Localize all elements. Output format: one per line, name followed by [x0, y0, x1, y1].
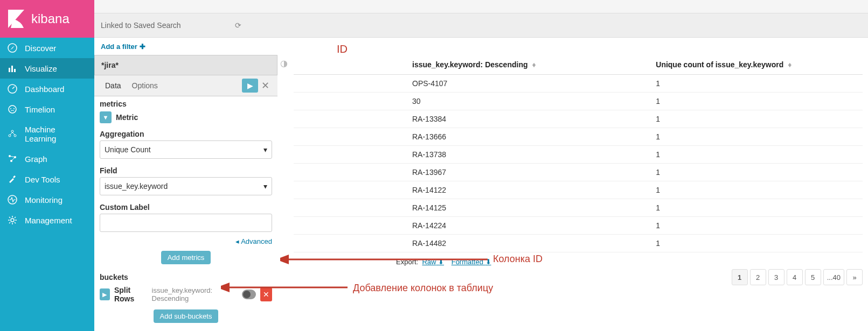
top-nav	[94, 0, 868, 13]
cell-count: 1	[648, 164, 863, 181]
ml-icon	[8, 129, 17, 139]
cell-key: RA-13384	[294, 110, 648, 128]
aggregation-group: Aggregation Unique Count ▾	[94, 128, 277, 164]
page-button[interactable]: 5	[805, 269, 821, 285]
svg-point-22	[11, 219, 14, 222]
collapse-panel-icon[interactable]: ◑	[280, 58, 288, 68]
export-raw-text: Raw	[422, 258, 436, 266]
svg-line-20	[11, 157, 15, 161]
svg-line-7	[12, 87, 15, 89]
sidebar-item-devtools[interactable]: Dev Tools	[0, 169, 94, 189]
delete-bucket-button[interactable]: ✕	[260, 287, 272, 301]
split-rows-subtitle: issue_key.keyword: Descending	[152, 286, 238, 302]
add-filter-label: Add a filter	[101, 43, 137, 51]
cell-key: RA-14224	[294, 217, 648, 235]
table-row: RA-137381	[294, 146, 863, 164]
sidebar-item-visualize[interactable]: Visualize	[0, 58, 94, 79]
sidebar-item-label: Machine Learning	[25, 125, 87, 143]
gauge-icon	[8, 84, 17, 94]
svg-point-9	[10, 108, 11, 109]
page-button[interactable]: 1	[732, 269, 748, 285]
buckets-section-label: buckets	[94, 270, 277, 284]
sidebar: kibana Discover Visualize Dashboard Time…	[0, 0, 94, 331]
subheader: Linked to Saved Search ⟳	[94, 13, 868, 38]
plus-icon: ✚	[140, 43, 145, 51]
expand-bucket-button[interactable]: ▶	[100, 288, 110, 300]
sidebar-item-timelion[interactable]: Timelion	[0, 99, 94, 119]
metric-title: Metric	[116, 113, 138, 122]
field-label: Field	[100, 166, 272, 175]
page-button[interactable]: 4	[787, 269, 803, 285]
results-area: issue_key.keyword: Descending ♦ Unique c…	[294, 55, 863, 266]
sidebar-item-management[interactable]: Management	[0, 210, 94, 230]
chevron-down-icon: ▾	[263, 182, 267, 191]
split-rows-title: Split Rows	[114, 286, 148, 303]
cell-key: RA-14482	[294, 235, 648, 252]
tab-data[interactable]: Data	[100, 79, 127, 92]
table-row: RA-141221	[294, 181, 863, 199]
advanced-toggle[interactable]: ◂ Advanced	[94, 237, 277, 249]
field-select[interactable]: issue_key.keyword ▾	[100, 177, 272, 195]
svg-point-8	[9, 105, 16, 113]
cell-count: 1	[648, 93, 863, 110]
svg-marker-2	[10, 46, 15, 50]
page-button[interactable]: 3	[768, 269, 784, 285]
bar-chart-icon	[8, 64, 17, 73]
cell-key: 30	[294, 93, 648, 110]
custom-label-input[interactable]	[100, 214, 272, 232]
discard-changes-button[interactable]: ✕	[258, 79, 272, 93]
visualize-editor-panel: *jira* Data Options ▶ ✕ metrics ▼ Metric…	[94, 55, 277, 328]
cell-key: RA-14122	[294, 181, 648, 199]
table-row: RA-142241	[294, 217, 863, 235]
svg-rect-3	[9, 68, 10, 72]
page-button[interactable]: 2	[750, 269, 766, 285]
table-row: RA-141251	[294, 199, 863, 217]
add-sub-buckets-button[interactable]: Add sub-buckets	[154, 309, 219, 323]
sidebar-item-label: Visualize	[25, 64, 57, 73]
cell-count: 1	[648, 110, 863, 128]
download-icon: ⬇	[438, 258, 444, 266]
index-pattern-display[interactable]: *jira*	[94, 55, 277, 75]
wrench-icon	[8, 174, 17, 184]
sidebar-item-graph[interactable]: Graph	[0, 149, 94, 169]
sidebar-item-monitoring[interactable]: Monitoring	[0, 189, 94, 210]
page-button[interactable]: ...40	[823, 269, 844, 285]
results-table: issue_key.keyword: Descending ♦ Unique c…	[294, 55, 863, 252]
sidebar-item-label: Dev Tools	[25, 175, 60, 184]
graph-icon	[8, 154, 17, 164]
add-filter-button[interactable]: Add a filter ✚	[94, 38, 868, 55]
sidebar-item-label: Graph	[25, 154, 47, 164]
column-header-count[interactable]: Unique count of issue_key.keyword ♦	[648, 55, 863, 75]
tab-options[interactable]: Options	[127, 79, 163, 92]
logo[interactable]: kibana	[0, 0, 94, 38]
aggregation-select[interactable]: Unique Count ▾	[100, 140, 272, 159]
svg-rect-5	[14, 69, 16, 72]
column-header-key[interactable]: issue_key.keyword: Descending ♦	[294, 55, 648, 75]
add-metrics-button[interactable]: Add metrics	[161, 251, 211, 264]
export-raw-link[interactable]: Raw ⬇	[422, 258, 444, 266]
cell-count: 1	[648, 128, 863, 146]
field-value: issue_key.keyword	[105, 182, 168, 191]
cell-count: 1	[648, 235, 863, 252]
export-formatted-link[interactable]: Formatted ⬇	[452, 258, 491, 266]
refresh-icon[interactable]: ⟳	[235, 21, 241, 30]
collapse-metric-button[interactable]: ▼	[100, 111, 112, 123]
apply-changes-button[interactable]: ▶	[242, 79, 258, 93]
table-row: RA-139671	[294, 164, 863, 181]
sort-icon: ♦	[788, 60, 791, 69]
sidebar-item-ml[interactable]: Machine Learning	[0, 119, 94, 149]
page-button[interactable]: »	[846, 269, 863, 285]
column-header-count-text: Unique count of issue_key.keyword	[656, 60, 783, 69]
logo-text: kibana	[31, 11, 70, 26]
sidebar-item-label: Discover	[25, 44, 56, 53]
bucket-toggle[interactable]	[242, 290, 256, 299]
export-label: Export:	[396, 258, 418, 266]
timelion-icon	[8, 104, 17, 114]
svg-rect-4	[11, 66, 13, 72]
sidebar-item-label: Timelion	[25, 105, 55, 114]
sidebar-item-dashboard[interactable]: Dashboard	[0, 79, 94, 99]
chevron-down-icon: ▾	[263, 145, 267, 154]
sidebar-item-discover[interactable]: Discover	[0, 38, 94, 58]
cell-count: 1	[648, 75, 863, 93]
metrics-section-label: metrics	[94, 96, 277, 110]
